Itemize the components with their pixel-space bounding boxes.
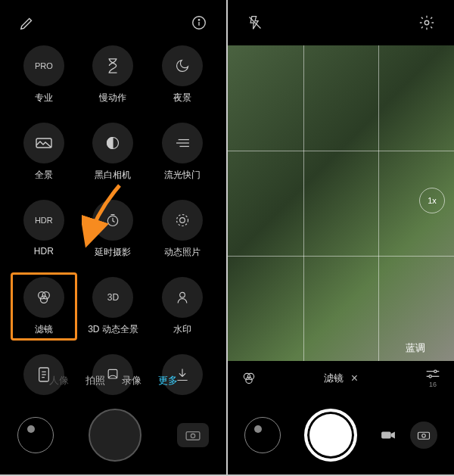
svg-point-33 (422, 434, 426, 437)
info-icon[interactable] (187, 11, 211, 35)
settings-icon[interactable] (415, 11, 439, 35)
grid-line (303, 45, 304, 361)
svg-point-14 (180, 292, 185, 297)
flip-camera-button[interactable] (410, 422, 437, 449)
viewfinder[interactable]: 1x 蓝调 (228, 45, 454, 361)
video-mode-icon[interactable] (380, 429, 396, 441)
svg-point-2 (198, 20, 199, 20)
mode-label: HDR (34, 246, 54, 257)
svg-rect-32 (418, 432, 430, 439)
svg-point-23 (424, 20, 429, 25)
moon-icon (162, 45, 203, 86)
flash-off-icon[interactable] (243, 11, 267, 35)
camera-modes-screen: PRO专业慢动作夜景全景黑白相机流光快门HDRHDR延时摄影动态照片滤镜3D3D… (0, 0, 226, 474)
contrast-icon (92, 123, 133, 163)
slit-icon (162, 123, 203, 163)
mode-timelapse[interactable]: 延时摄影 (83, 200, 144, 259)
pano-icon (23, 123, 64, 163)
lens-switch-button[interactable] (17, 417, 54, 453)
mode-contrast[interactable]: 黑白相机 (83, 123, 144, 182)
filter-title-close[interactable]: 滤镜 × (324, 372, 358, 385)
svg-point-26 (246, 377, 252, 383)
tab-录像[interactable]: 录像 (122, 374, 141, 387)
mode-moon[interactable]: 夜景 (152, 45, 213, 104)
grid-line (228, 151, 454, 151)
zoom-toggle[interactable]: 1x (419, 188, 445, 213)
mode-label: 流光快门 (164, 169, 201, 182)
filter-title: 滤镜 (324, 372, 344, 385)
grid-line (378, 45, 379, 361)
mode-label: 慢动作 (99, 92, 126, 104)
tab-更多[interactable]: 更多 (158, 374, 178, 387)
camera-viewfinder-screen: 1x 蓝调 滤镜 × 16 (228, 0, 454, 474)
tab-人像[interactable]: 人像 (49, 374, 69, 387)
svg-point-12 (42, 292, 49, 299)
bottom-bar (228, 395, 454, 474)
svg-point-10 (177, 215, 188, 226)
3D-icon: 3D (92, 277, 133, 318)
slowmo-icon (92, 45, 133, 86)
filter-bar: 滤镜 × 16 (228, 361, 454, 395)
shutter-button[interactable] (89, 409, 141, 462)
mode-PRO[interactable]: PRO专业 (14, 45, 74, 104)
mode-label: 3D 动态全景 (88, 323, 138, 336)
mode-slit[interactable]: 流光快门 (152, 123, 213, 182)
svg-point-28 (434, 370, 437, 372)
mode-filter[interactable]: 滤镜 (14, 277, 74, 336)
tab-拍照[interactable]: 拍照 (86, 374, 105, 387)
adjust-sliders-button[interactable]: 16 (425, 369, 440, 388)
flip-camera-button[interactable] (177, 423, 209, 447)
bottom-bar (0, 395, 226, 474)
live-icon (162, 200, 203, 241)
mode-pano[interactable]: 全景 (14, 123, 74, 182)
lens-switch-button[interactable] (244, 417, 281, 453)
svg-rect-20 (186, 431, 200, 440)
svg-point-11 (38, 292, 45, 299)
mode-watermark[interactable]: 水印 (152, 277, 213, 336)
close-icon[interactable]: × (351, 372, 358, 385)
edit-icon[interactable] (15, 11, 39, 35)
filter-icon (23, 277, 64, 318)
svg-point-25 (247, 373, 253, 379)
grid-line (228, 256, 454, 257)
mode-label: 全景 (35, 169, 53, 182)
mode-label: 延时摄影 (95, 246, 131, 259)
mode-label: 水印 (173, 323, 191, 336)
mode-tabs: 人像拍照录像更多 (0, 374, 226, 387)
top-bar (0, 0, 226, 45)
adjust-value: 16 (429, 381, 437, 388)
mode-label: 夜景 (173, 92, 191, 104)
mode-HDR[interactable]: HDRHDR (14, 200, 74, 259)
mode-label: 黑白相机 (95, 169, 131, 182)
shutter-button[interactable] (304, 409, 357, 462)
mode-slowmo[interactable]: 慢动作 (83, 45, 144, 104)
top-bar (228, 0, 454, 45)
current-filter-label: 蓝调 (406, 341, 425, 355)
svg-rect-31 (381, 431, 390, 438)
mode-3D[interactable]: 3D3D 动态全景 (83, 277, 144, 336)
watermark-icon (162, 277, 203, 318)
modes-grid: PRO专业慢动作夜景全景黑白相机流光快门HDRHDR延时摄影动态照片滤镜3D3D… (0, 45, 226, 413)
mode-label: 专业 (35, 92, 53, 104)
svg-point-13 (40, 296, 47, 303)
mode-live[interactable]: 动态照片 (152, 200, 213, 259)
timelapse-icon (92, 200, 133, 241)
svg-point-9 (180, 218, 185, 223)
HDR-icon: HDR (23, 200, 64, 241)
PRO-icon: PRO (23, 45, 64, 86)
svg-point-21 (191, 434, 194, 437)
mode-label: 动态照片 (164, 246, 201, 259)
mode-label: 滤镜 (35, 323, 53, 336)
svg-point-30 (429, 375, 431, 377)
filter-icon[interactable] (241, 371, 257, 386)
